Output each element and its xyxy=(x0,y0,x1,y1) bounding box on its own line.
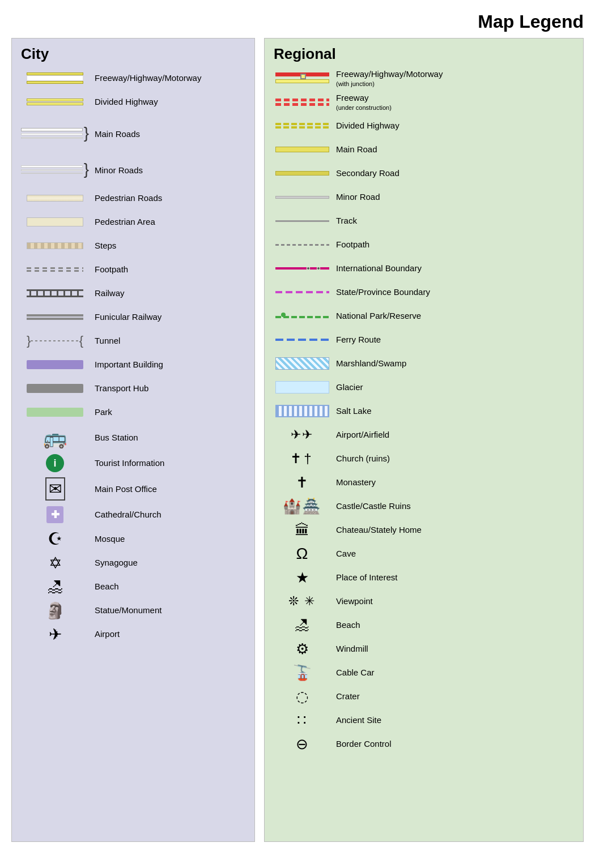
city-pedroads-label: Pedestrian Roads xyxy=(89,193,162,204)
city-heading: City xyxy=(21,45,245,63)
main-columns: City Freeway/Highway/Motorway xyxy=(11,38,584,842)
city-transport-symbol xyxy=(21,384,89,393)
city-cathedral-row: ✚ Cathedral/Church xyxy=(21,505,245,524)
reg-beach-symbol: 🏖 xyxy=(274,617,330,634)
city-mainroads-symbol: } xyxy=(21,123,89,141)
reg-poi-label: Place of Interest xyxy=(330,572,397,583)
city-freeway-row: Freeway/Highway/Motorway xyxy=(21,69,245,88)
city-impbuilding-icon xyxy=(27,360,83,369)
reg-church-row: ✝† Church (ruins) xyxy=(274,449,574,468)
city-railway-row: Railway xyxy=(21,284,245,303)
city-bus-label: Bus Station xyxy=(89,432,138,443)
city-minorroads-icon: } xyxy=(21,161,89,177)
reg-cave-label: Cave xyxy=(330,548,356,559)
reg-crater-icon: ◌ xyxy=(296,688,309,705)
reg-viewpoint-label: Viewpoint xyxy=(330,596,373,607)
reg-glacier-label: Glacier xyxy=(330,382,363,393)
city-divhwy-row: Divided Highway xyxy=(21,92,245,112)
city-statue-label: Statue/Monument xyxy=(89,605,162,616)
reg-freeway-row: Freeway/Highway/Motorway (with junction) xyxy=(274,69,574,88)
city-funicular-label: Funicular Railway xyxy=(89,311,162,323)
reg-ferry-icon xyxy=(275,339,329,341)
reg-glacier-row: Glacier xyxy=(274,378,574,397)
city-park-symbol xyxy=(21,408,89,417)
city-column: City Freeway/Highway/Motorway xyxy=(11,38,255,842)
reg-intlboundary-symbol xyxy=(274,266,330,271)
reg-marsh-icon xyxy=(275,357,329,370)
city-footpath-label: Footpath xyxy=(89,264,128,275)
city-divhwy-symbol xyxy=(21,99,89,105)
city-tourist-label: Tourist Information xyxy=(89,457,164,469)
city-steps-row: Steps xyxy=(21,236,245,255)
city-mosque-row: ☪ Mosque xyxy=(21,529,245,549)
reg-viewpoint-symbol: ❊ ✳ xyxy=(274,594,330,609)
reg-beach-row: 🏖 Beach xyxy=(274,615,574,635)
reg-intlboundary-label: International Boundary xyxy=(330,263,422,274)
reg-cave-symbol: Ω xyxy=(274,545,330,563)
reg-natpark-label: National Park/Reserve xyxy=(330,310,421,322)
reg-track-label: Track xyxy=(330,215,357,226)
reg-castle-row: 🏰🏯 Castle/Castle Ruins xyxy=(274,497,574,516)
reg-footpath-icon xyxy=(275,244,329,246)
reg-stateboundary-symbol xyxy=(274,291,330,293)
city-impbuilding-row: Important Building xyxy=(21,355,245,374)
city-freeway-symbol xyxy=(21,72,89,84)
reg-marsh-label: Marshland/Swamp xyxy=(330,358,406,369)
city-beach-icon: 🏖 xyxy=(47,578,63,596)
reg-track-icon xyxy=(275,220,329,222)
city-minorroads-symbol: } xyxy=(21,159,89,177)
city-divhwy-label: Divided Highway xyxy=(89,96,158,108)
reg-chateau-symbol: 🏛 xyxy=(274,521,330,539)
reg-saltlake-symbol xyxy=(274,405,330,417)
reg-cablecar-label: Cable Car xyxy=(330,667,375,678)
city-pedroads-row: Pedestrian Roads xyxy=(21,189,245,208)
city-footpath-icon xyxy=(27,267,83,272)
reg-crater-symbol: ◌ xyxy=(274,688,330,705)
reg-natpark-symbol xyxy=(274,311,330,320)
city-airport-label: Airport xyxy=(89,628,120,640)
title-area: Map Legend xyxy=(11,11,584,32)
city-airport-symbol: ✈ xyxy=(21,625,89,644)
reg-marsh-row: Marshland/Swamp xyxy=(274,354,574,373)
city-tunnel-label: Tunnel xyxy=(89,335,120,347)
city-footpath-row: Footpath xyxy=(21,260,245,279)
city-railway-symbol xyxy=(21,289,89,297)
reg-ancient-icon: ∷ xyxy=(297,712,308,729)
reg-church-symbol: ✝† xyxy=(274,451,330,467)
city-mosque-symbol: ☪ xyxy=(21,529,89,549)
reg-border-label: Border Control xyxy=(330,738,392,750)
reg-windmill-icon: ⚙ xyxy=(296,640,309,658)
reg-freeway-icon xyxy=(275,72,329,84)
reg-border-symbol: ⊖ xyxy=(274,736,330,753)
city-tunnel-symbol: } { xyxy=(21,336,89,346)
reg-stateboundary-row: State/Province Boundary xyxy=(274,283,574,302)
reg-monastery-label: Monastery xyxy=(330,477,376,488)
reg-divhwy-symbol xyxy=(274,123,330,129)
reg-ancient-symbol: ∷ xyxy=(274,712,330,729)
city-synagogue-symbol: ✡ xyxy=(21,554,89,572)
reg-monastery-icon: ✝ xyxy=(296,474,308,491)
city-pedarea-row: Pedestrian Area xyxy=(21,212,245,232)
city-steps-icon xyxy=(27,242,83,249)
city-footpath-symbol xyxy=(21,267,89,272)
city-tunnel-icon: } { xyxy=(27,336,83,346)
city-statue-symbol: 🗿 xyxy=(21,601,89,620)
reg-church-label: Church (ruins) xyxy=(330,453,390,464)
city-post-row: ✉ Main Post Office xyxy=(21,477,245,501)
reg-secroad-symbol xyxy=(274,171,330,176)
city-impbuilding-symbol xyxy=(21,360,89,369)
regional-heading: Regional xyxy=(274,45,574,63)
regional-column: Regional Freeway/Highway/Motorway (with … xyxy=(264,38,584,842)
city-pedarea-icon xyxy=(27,217,83,226)
city-park-row: Park xyxy=(21,403,245,422)
city-mosque-icon: ☪ xyxy=(48,529,63,549)
reg-poi-row: ★ Place of Interest xyxy=(274,568,574,587)
city-transport-icon xyxy=(27,384,83,393)
page-title: Map Legend xyxy=(11,11,584,32)
reg-divhwy-row: Divided Highway xyxy=(274,116,574,135)
reg-footpath-symbol xyxy=(274,244,330,246)
reg-secroad-icon xyxy=(275,171,329,176)
city-transport-label: Transport Hub xyxy=(89,383,148,394)
reg-mainroad-label: Main Road xyxy=(330,144,377,155)
reg-marsh-symbol xyxy=(274,357,330,370)
